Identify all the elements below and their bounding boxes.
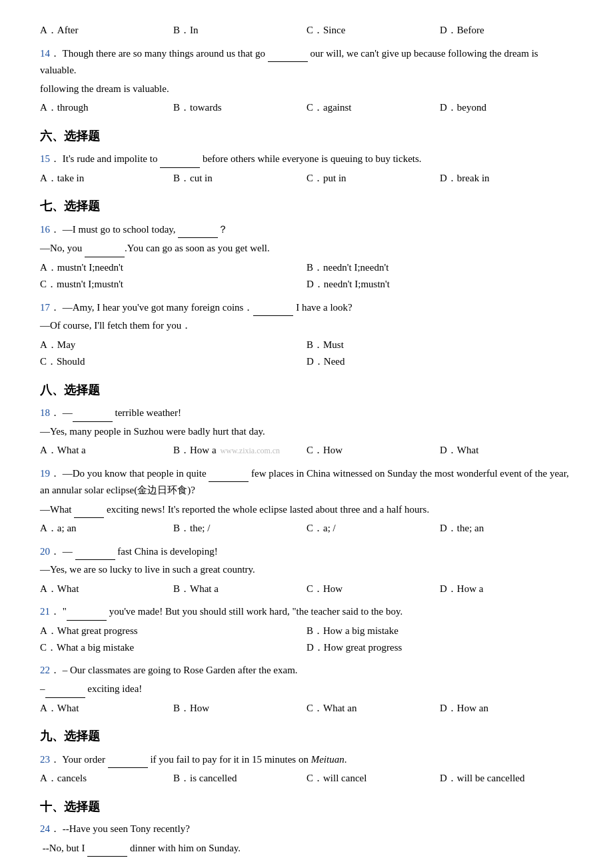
- q14-optA: A．through: [40, 99, 173, 117]
- q24-blank: [87, 839, 127, 857]
- watermark: www.zixia.com.cn: [221, 444, 281, 457]
- q20-optD: D．How a: [440, 581, 573, 598]
- q23-meituan: Meituan: [311, 754, 344, 765]
- question-19: 19． —Do you know that people in quite fe…: [40, 465, 573, 537]
- q16-optC: C．mustn't I;mustn't: [40, 276, 306, 293]
- q19-blank2: [74, 501, 104, 519]
- q19-num: 19: [40, 468, 50, 479]
- question-20: 20． — fast China is developing! —Yes, we…: [40, 543, 573, 598]
- q16-line1: 16． —I must go to school today, ？: [40, 221, 573, 239]
- question-17: 17． —Amy, I hear you've got many foreign…: [40, 299, 573, 371]
- q16-optA: A．mustn't I;needn't: [40, 259, 306, 277]
- q20-optC: C．How: [306, 581, 440, 598]
- q18-options: A．What a B．How a www.zixia.com.cn C．How …: [40, 442, 573, 459]
- question-24: 24． --Have you seen Tony recently? --No,…: [40, 821, 573, 857]
- q22-line2: – exciting idea!: [40, 680, 573, 698]
- q19-optD: D．the; an: [440, 520, 573, 537]
- q17-optB: B．Must: [306, 337, 573, 354]
- q23-optC: C．will cancel: [306, 770, 440, 787]
- q22-line1: 22． – Our classmates are going to Rose G…: [40, 662, 573, 679]
- q15-optC: C．put in: [306, 170, 440, 187]
- q22-options: A．What B．How C．What an D．How an: [40, 700, 573, 717]
- section-8-title: 八、选择题: [40, 380, 573, 401]
- q18-optB: B．How a www.zixia.com.cn: [173, 442, 306, 459]
- q17-optD: D．Need: [306, 353, 573, 371]
- q18-optD: D．What: [440, 442, 573, 459]
- q15-num: 15: [40, 153, 50, 164]
- q15-optD: D．break in: [440, 170, 573, 187]
- q15-optB: B．cut in: [173, 170, 306, 187]
- question-15: 15． It's rude and impolite to before oth…: [40, 150, 573, 187]
- q21-options: A．What great progress B．How a big mistak…: [40, 623, 573, 657]
- q14-blank: [268, 45, 308, 63]
- q23-num: 23: [40, 754, 50, 765]
- q21-blank: [67, 603, 107, 621]
- q20-blank: [75, 543, 115, 561]
- q20-optA: A．What: [40, 581, 173, 598]
- q21-num: 21: [40, 606, 50, 617]
- q16-num: 16: [40, 224, 50, 235]
- q16-line2: —No, you .You can go as soon as you get …: [40, 239, 573, 257]
- q18-line1: 18． — terrible weather!: [40, 404, 573, 422]
- q16-optB: B．needn't I;needn't: [306, 259, 573, 277]
- q16-blank2: [85, 239, 125, 257]
- q18-num: 18: [40, 407, 50, 418]
- q14-text: 14． Though there are so many things arou…: [40, 45, 573, 79]
- q18-line2: —Yes, many people in Suzhou were badly h…: [40, 423, 573, 441]
- q24-line1: 24． --Have you seen Tony recently?: [40, 821, 573, 838]
- section-6-title: 六、选择题: [40, 126, 573, 147]
- question-14: 14． Though there are so many things arou…: [40, 45, 573, 117]
- q24-line2: --No, but I dinner with him on Sunday.: [40, 839, 573, 857]
- q17-line1: 17． —Amy, I hear you've got many foreign…: [40, 299, 573, 317]
- q20-num: 20: [40, 546, 50, 557]
- q17-optA: A．May: [40, 337, 306, 354]
- q22-optD: D．How an: [440, 700, 573, 717]
- q14-optC: C．against: [306, 99, 440, 117]
- q14-optD: D．beyond: [440, 99, 573, 117]
- q17-options: A．May B．Must C．Should D．Need: [40, 337, 573, 371]
- q17-line2: —Of course, I'll fetch them for you．: [40, 317, 573, 335]
- q20-options: A．What B．What a C．How D．How a: [40, 581, 573, 598]
- q15-text: 15． It's rude and impolite to before oth…: [40, 150, 573, 168]
- q14-line2: following the dream is valuable.: [40, 81, 573, 98]
- q23-optA: A．cancels: [40, 770, 173, 787]
- q14-options: A．through B．towards C．against D．beyond: [40, 99, 573, 117]
- section-9-title: 九、选择题: [40, 726, 573, 747]
- q16-blank1: [178, 221, 218, 239]
- q19-optB: B．the; /: [173, 520, 306, 537]
- q22-optC: C．What an: [306, 700, 440, 717]
- q21-optB: B．How a big mistake: [306, 623, 573, 640]
- q19-blank1: [209, 465, 249, 483]
- q22-num: 22: [40, 665, 50, 675]
- q21-optA: A．What great progress: [40, 623, 306, 640]
- q18-optC: C．How: [306, 442, 440, 459]
- q19-optC: C．a; /: [306, 520, 440, 537]
- question-16: 16． —I must go to school today, ？ —No, y…: [40, 221, 573, 293]
- q22-blank: [45, 680, 85, 698]
- q20-line2: —Yes, we are so lucky to live in such a …: [40, 561, 573, 579]
- q20-optB: B．What a: [173, 581, 306, 598]
- top-options-row: A．After B．In C．Since D．Before: [40, 22, 573, 39]
- q15-blank: [160, 150, 200, 168]
- option-B: B．In: [173, 22, 306, 39]
- q23-blank: [108, 751, 148, 769]
- section-7-title: 七、选择题: [40, 196, 573, 217]
- q15-options: A．take in B．cut in C．put in D．break in: [40, 170, 573, 187]
- q18-optA: A．What a: [40, 442, 173, 459]
- q16-optD: D．needn't I;mustn't: [306, 276, 573, 293]
- question-22: 22． – Our classmates are going to Rose G…: [40, 662, 573, 717]
- q14-num: 14: [40, 48, 50, 59]
- q19-line1: 19． —Do you know that people in quite fe…: [40, 465, 573, 499]
- q21-optD: D．How great progress: [306, 639, 573, 657]
- q19-line2: —What exciting news! It's reported the w…: [40, 501, 573, 519]
- q23-optB: B．is cancelled: [173, 770, 306, 787]
- q16-options: A．mustn't I;needn't B．needn't I;needn't …: [40, 259, 573, 293]
- q14-optB: B．towards: [173, 99, 306, 117]
- section-10-title: 十、选择题: [40, 797, 573, 817]
- question-23: 23． Your order if you fail to pay for it…: [40, 751, 573, 787]
- q24-num: 24: [40, 823, 50, 834]
- q17-num: 17: [40, 302, 50, 313]
- question-18: 18． — terrible weather! —Yes, many peopl…: [40, 404, 573, 459]
- q22-optA: A．What: [40, 700, 173, 717]
- option-C: C．Since: [306, 22, 440, 39]
